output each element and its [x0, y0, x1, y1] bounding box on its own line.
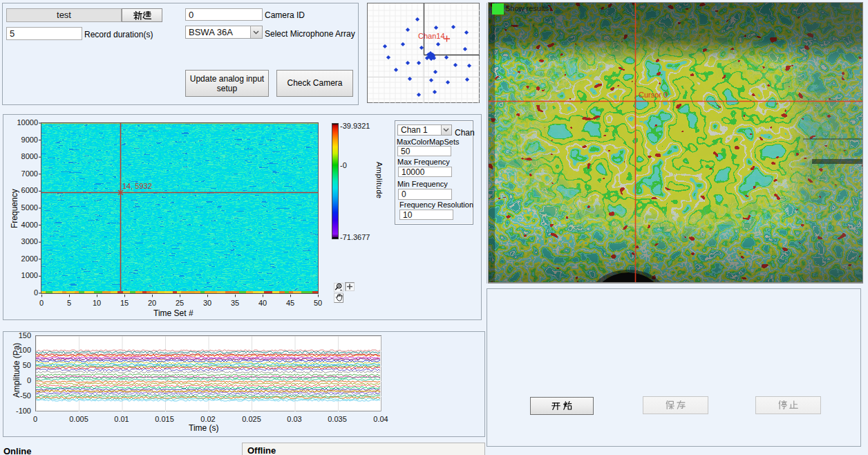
svg-text:Cursor 0: Cursor 0: [639, 91, 668, 99]
svg-text:Chan14: Chan14: [418, 32, 445, 40]
